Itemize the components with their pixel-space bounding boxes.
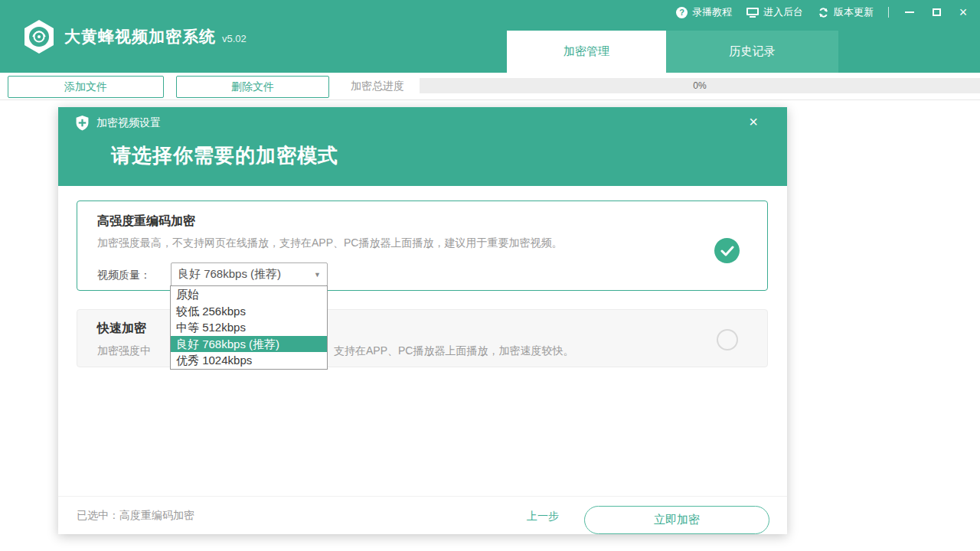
refresh-icon bbox=[818, 7, 829, 18]
help-icon: ? bbox=[676, 7, 688, 18]
progress-label: 加密总进度 bbox=[351, 80, 404, 93]
toolbar: 添加文件 删除文件 加密总进度 0% bbox=[0, 73, 980, 100]
menu-backend-label: 进入后台 bbox=[763, 5, 803, 19]
quality-option-original[interactable]: 原始 bbox=[171, 286, 327, 303]
maximize-icon bbox=[933, 8, 941, 16]
add-file-button[interactable]: 添加文件 bbox=[8, 76, 164, 98]
dialog-close-button[interactable]: × bbox=[749, 113, 758, 131]
dialog-footer: 已选中：高度重编码加密 上一步 立即加密 bbox=[58, 496, 787, 534]
menu-tutorial[interactable]: ? 录播教程 bbox=[676, 5, 732, 19]
radio-unselected-icon[interactable] bbox=[717, 329, 738, 350]
dialog-header: 加密视频设置 × 请选择你需要的加密模式 bbox=[58, 107, 787, 186]
previous-step-link[interactable]: 上一步 bbox=[527, 510, 559, 523]
app-header: 大黄蜂视频加密系统 v5.02 ? 录播教程 进入后台 bbox=[0, 0, 980, 73]
tab-encryption-management[interactable]: 加密管理 bbox=[507, 31, 666, 73]
total-progress-bar: 0% bbox=[420, 78, 980, 93]
delete-file-button[interactable]: 删除文件 bbox=[176, 76, 329, 98]
dialog-heading: 请选择你需要的加密模式 bbox=[111, 142, 338, 169]
monitor-icon bbox=[746, 8, 759, 18]
video-quality-dropdown-menu: 原始 较低 256kbps 中等 512kbps 良好 768kbps (推荐)… bbox=[170, 285, 328, 370]
video-quality-value: 良好 768kbps (推荐) bbox=[172, 267, 314, 282]
progress-value: 0% bbox=[420, 78, 980, 93]
quality-option-excellent[interactable]: 优秀 1024kbps bbox=[171, 352, 327, 369]
tab-bar: 加密管理 历史记录 bbox=[507, 31, 838, 73]
option-description-left: 加密强度中 bbox=[97, 344, 151, 358]
quality-option-low[interactable]: 较低 256kbps bbox=[171, 303, 327, 320]
dialog-title: 加密视频设置 bbox=[96, 116, 161, 130]
quality-option-medium[interactable]: 中等 512kbps bbox=[171, 319, 327, 336]
brand: 大黄蜂视频加密系统 v5.02 bbox=[21, 18, 247, 55]
selected-check-icon[interactable] bbox=[714, 238, 740, 263]
option-card-strong-encryption[interactable]: 高强度重编码加密 加密强度最高，不支持网页在线播放，支持在APP、PC播放器上面… bbox=[77, 201, 768, 291]
quality-option-good[interactable]: 良好 768kbps (推荐) bbox=[171, 336, 327, 353]
app-window: 大黄蜂视频加密系统 v5.02 ? 录播教程 进入后台 bbox=[0, 0, 980, 551]
top-menu: ? 录播教程 进入后台 版本更新 × bbox=[676, 5, 969, 19]
encrypt-now-button[interactable]: 立即加密 bbox=[584, 506, 769, 534]
maximize-button[interactable] bbox=[930, 6, 942, 18]
encryption-settings-dialog: 加密视频设置 × 请选择你需要的加密模式 高强度重编码加密 加密强度最高，不支持… bbox=[58, 107, 787, 534]
menu-tutorial-label: 录播教程 bbox=[692, 5, 732, 19]
app-title: 大黄蜂视频加密系统 bbox=[64, 26, 216, 47]
option-description-right: 支持在APP、PC播放器上面播放，加密速度较快。 bbox=[334, 344, 573, 358]
menu-update[interactable]: 版本更新 bbox=[818, 5, 874, 19]
menu-backend[interactable]: 进入后台 bbox=[746, 5, 803, 19]
app-logo-icon bbox=[21, 18, 57, 55]
chevron-down-icon: ▼ bbox=[314, 271, 327, 279]
video-quality-select[interactable]: 良好 768kbps (推荐) ▼ bbox=[171, 262, 328, 286]
shield-plus-icon bbox=[75, 115, 90, 131]
menu-divider bbox=[888, 7, 889, 18]
close-button[interactable]: × bbox=[957, 6, 969, 18]
menu-update-label: 版本更新 bbox=[834, 5, 874, 19]
minimize-icon bbox=[905, 11, 914, 13]
minimize-button[interactable] bbox=[903, 6, 916, 18]
option-description: 加密强度最高，不支持网页在线播放，支持在APP、PC播放器上面播放，建议用于重要… bbox=[97, 236, 562, 250]
selected-status-text: 已选中：高度重编码加密 bbox=[77, 509, 194, 523]
option-title: 快速加密 bbox=[97, 321, 146, 337]
video-quality-label: 视频质量： bbox=[97, 269, 151, 282]
tab-history[interactable]: 历史记录 bbox=[666, 31, 838, 73]
option-title: 高强度重编码加密 bbox=[97, 214, 195, 230]
app-version: v5.02 bbox=[222, 33, 247, 44]
